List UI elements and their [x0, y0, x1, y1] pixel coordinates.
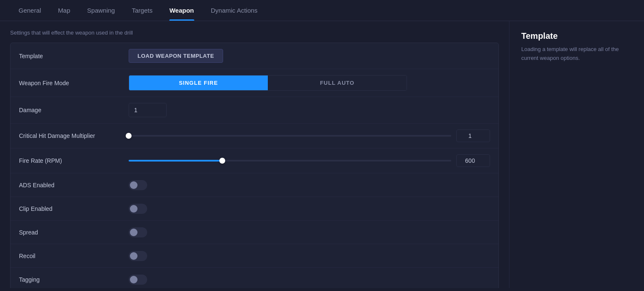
recoil-row: Recoil: [11, 244, 498, 268]
settings-panel: Template LOAD WEAPON TEMPLATE Weapon Fir…: [10, 43, 499, 288]
fire-rate-control: [129, 154, 490, 167]
tab-dynamic-actions[interactable]: Dynamic Actions: [202, 0, 266, 21]
tab-targets[interactable]: Targets: [123, 0, 161, 21]
template-label: Template: [19, 53, 129, 59]
spread-label: Spread: [19, 229, 129, 236]
crit-slider-track[interactable]: [129, 135, 451, 137]
clip-label: Clip Enabled: [19, 205, 129, 212]
template-row: Template LOAD WEAPON TEMPLATE: [11, 43, 498, 69]
clip-control: [129, 204, 490, 214]
fire-rate-slider-container: [129, 154, 490, 167]
fire-mode-row: Weapon Fire Mode SINGLE FIRE FULL AUTO: [11, 69, 498, 97]
fire-mode-label: Weapon Fire Mode: [19, 80, 129, 86]
load-template-button[interactable]: LOAD WEAPON TEMPLATE: [129, 49, 223, 63]
spread-control: [129, 227, 490, 237]
tagging-control: [129, 275, 490, 285]
fire-rate-value-input[interactable]: [456, 154, 490, 167]
tab-map[interactable]: Map: [49, 0, 78, 21]
ads-control: [129, 180, 490, 190]
tab-general[interactable]: General: [10, 0, 49, 21]
tagging-row: Tagging: [11, 268, 498, 288]
main-layout: Settings that will effect the weapon use…: [0, 21, 644, 288]
recoil-control: [129, 251, 490, 261]
damage-control: [129, 103, 490, 117]
spread-row: Spread: [11, 221, 498, 244]
crit-slider-thumb[interactable]: [126, 133, 132, 139]
fire-mode-single[interactable]: SINGLE FIRE: [129, 75, 268, 90]
damage-row: Damage: [11, 97, 498, 124]
crit-slider-container: [129, 129, 490, 142]
spread-toggle[interactable]: [129, 227, 147, 237]
content-area: Settings that will effect the weapon use…: [0, 21, 509, 288]
crit-value-input[interactable]: [456, 129, 490, 142]
fire-rate-row: Fire Rate (RPM): [11, 148, 498, 173]
clip-toggle[interactable]: [129, 204, 147, 214]
damage-label: Damage: [19, 107, 129, 113]
subtitle: Settings that will effect the weapon use…: [10, 30, 499, 36]
template-control: LOAD WEAPON TEMPLATE: [129, 49, 490, 63]
info-desc: Loading a template will replace all of t…: [521, 45, 632, 63]
ads-toggle[interactable]: [129, 180, 147, 190]
ads-row: ADS Enabled: [11, 173, 498, 197]
fire-mode-auto[interactable]: FULL AUTO: [268, 75, 407, 90]
nav-tabs: General Map Spawning Targets Weapon Dyna…: [0, 0, 644, 21]
tab-spawning[interactable]: Spawning: [79, 0, 124, 21]
tab-weapon[interactable]: Weapon: [161, 0, 202, 21]
damage-input[interactable]: [129, 103, 167, 117]
fire-rate-slider-track[interactable]: [129, 160, 451, 162]
ads-label: ADS Enabled: [19, 182, 129, 189]
recoil-label: Recoil: [19, 253, 129, 259]
tagging-toggle[interactable]: [129, 275, 147, 285]
crit-row: Critical Hit Damage Multiplier: [11, 124, 498, 148]
fire-mode-btn-group: SINGLE FIRE FULL AUTO: [129, 75, 407, 91]
clip-row: Clip Enabled: [11, 197, 498, 221]
fire-rate-slider-fill: [129, 160, 222, 162]
fire-mode-control: SINGLE FIRE FULL AUTO: [129, 75, 490, 91]
fire-rate-slider-thumb[interactable]: [219, 158, 225, 164]
crit-label: Critical Hit Damage Multiplier: [19, 132, 129, 139]
fire-rate-label: Fire Rate (RPM): [19, 157, 129, 164]
info-title: Template: [521, 31, 632, 41]
info-panel: Template Loading a template will replace…: [509, 21, 644, 288]
tagging-label: Tagging: [19, 276, 129, 283]
recoil-toggle[interactable]: [129, 251, 147, 261]
crit-control: [129, 129, 490, 142]
